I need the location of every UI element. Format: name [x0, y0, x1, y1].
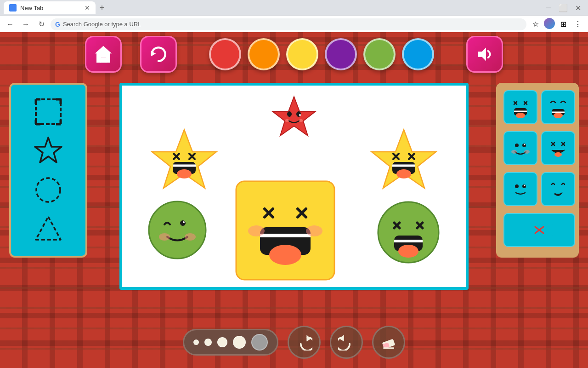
svg-marker-41 — [372, 130, 436, 188]
new-tab-button[interactable]: + — [96, 1, 108, 14]
svg-marker-13 — [35, 138, 62, 162]
svg-marker-3 — [478, 47, 486, 61]
svg-point-51 — [183, 221, 185, 223]
address-bar[interactable]: G Search Google or type a URL — [51, 18, 526, 30]
menu-button[interactable]: ⋮ — [571, 18, 584, 31]
svg-point-19 — [299, 114, 301, 116]
tab-close-button[interactable]: ✕ — [85, 4, 90, 12]
face-tile-innocent[interactable] — [503, 172, 537, 206]
tab-title: New Tab — [20, 5, 43, 12]
svg-point-78 — [511, 150, 517, 154]
svg-rect-86 — [508, 176, 533, 202]
red-star-emoji — [271, 95, 317, 140]
svg-marker-16 — [272, 97, 316, 136]
color-orange[interactable] — [248, 38, 280, 70]
svg-point-69 — [516, 113, 525, 118]
svg-point-61 — [398, 245, 418, 258]
green-circle-smile — [145, 198, 209, 264]
svg-marker-15 — [36, 217, 61, 240]
yellow-star-laugh-right — [369, 127, 438, 193]
svg-rect-1 — [100, 58, 106, 63]
extensions-button[interactable]: ⊞ — [557, 18, 570, 31]
address-text: Search Google or type a URL — [63, 21, 141, 28]
face-tile-laugh-tongue[interactable] — [503, 90, 537, 124]
profile-avatar[interactable] — [544, 18, 555, 29]
svg-point-52 — [159, 233, 170, 241]
face-tile-smirk[interactable] — [541, 172, 575, 206]
google-logo: G — [55, 21, 60, 28]
svg-point-38 — [269, 245, 301, 265]
star-tool[interactable] — [30, 132, 67, 169]
svg-rect-4 — [36, 99, 61, 124]
svg-point-87 — [515, 184, 519, 188]
circle-tool[interactable] — [30, 172, 67, 208]
svg-rect-90 — [545, 176, 571, 202]
size-dot-2[interactable] — [204, 339, 212, 346]
refresh-button[interactable] — [140, 36, 177, 73]
drawing-canvas[interactable] — [119, 83, 469, 290]
face-tile-delete[interactable] — [503, 213, 575, 247]
face-tile-laugh-2[interactable] — [541, 131, 575, 165]
svg-point-20 — [285, 119, 289, 122]
svg-point-18 — [296, 111, 301, 117]
back-button[interactable]: ← — [4, 18, 17, 31]
svg-point-85 — [554, 152, 562, 157]
sound-button[interactable] — [466, 36, 503, 73]
select-tool[interactable] — [30, 93, 67, 130]
redo-button[interactable] — [288, 326, 321, 359]
size-dot-4[interactable] — [233, 336, 246, 349]
yellow-star-laugh-left — [150, 127, 219, 193]
svg-point-30 — [177, 169, 192, 178]
size-dot-5[interactable] — [251, 334, 268, 351]
shapes-panel — [9, 83, 87, 258]
size-dot-1[interactable] — [193, 339, 199, 345]
green-circle-laugh — [374, 198, 443, 269]
close-button[interactable]: ✕ — [571, 1, 584, 14]
svg-point-50 — [180, 220, 186, 226]
svg-point-75 — [515, 144, 519, 147]
triangle-tool[interactable] — [30, 211, 67, 247]
active-tab[interactable]: New Tab ✕ — [4, 1, 96, 14]
svg-point-14 — [36, 178, 60, 202]
svg-marker-2 — [151, 51, 156, 57]
svg-point-77 — [524, 144, 526, 145]
svg-point-73 — [554, 113, 563, 118]
yellow-square-emoji — [232, 178, 338, 285]
color-yellow[interactable] — [286, 38, 318, 70]
svg-rect-74 — [508, 135, 533, 161]
nav-bar: ← → ↻ G Search Google or type a URL ☆ ⊞ … — [0, 16, 588, 32]
svg-point-40 — [306, 225, 322, 236]
top-bar — [0, 36, 588, 73]
title-bar: New Tab ✕ + ─ ⬜ ✕ — [0, 0, 588, 16]
minimize-button[interactable]: ─ — [542, 1, 555, 14]
svg-point-39 — [248, 225, 265, 236]
tab-favicon — [9, 4, 17, 12]
color-green[interactable] — [363, 38, 396, 70]
face-tile-laugh-squint[interactable] — [541, 90, 575, 124]
undo-button[interactable] — [330, 326, 363, 359]
face-tile-smile[interactable] — [503, 131, 537, 165]
svg-point-89 — [524, 185, 526, 186]
color-purple[interactable] — [325, 38, 357, 70]
svg-rect-80 — [545, 135, 571, 161]
color-blue[interactable] — [402, 38, 434, 70]
svg-point-17 — [287, 111, 292, 117]
home-button[interactable] — [85, 36, 122, 73]
maximize-button[interactable]: ⬜ — [557, 1, 570, 14]
browser-chrome: New Tab ✕ + ─ ⬜ ✕ ← → ↻ G Search Google … — [0, 0, 588, 32]
svg-point-79 — [524, 150, 530, 154]
window-controls: ─ ⬜ ✕ — [542, 1, 584, 14]
bookmark-button[interactable]: ☆ — [529, 18, 542, 31]
emoji-palette — [496, 83, 579, 258]
svg-point-49 — [149, 201, 206, 259]
reload-button[interactable]: ↻ — [35, 18, 48, 31]
svg-point-48 — [396, 169, 411, 178]
color-red[interactable] — [209, 38, 241, 70]
nav-right-icons: ☆ ⊞ ⋮ — [529, 18, 584, 31]
size-dot-3[interactable] — [217, 337, 227, 347]
bottom-bar — [183, 326, 405, 359]
erase-button[interactable] — [372, 326, 405, 359]
svg-marker-22 — [152, 130, 216, 188]
forward-button[interactable]: → — [19, 18, 32, 31]
size-picker — [183, 329, 278, 356]
